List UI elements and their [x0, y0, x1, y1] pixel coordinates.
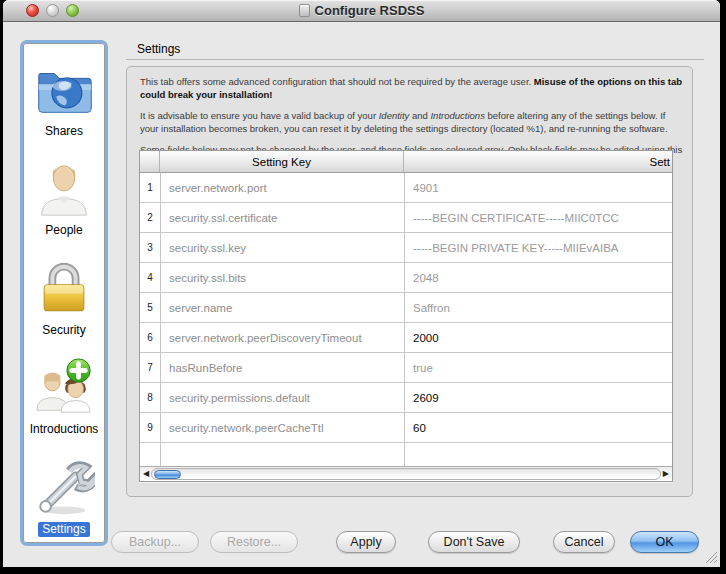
- sidebar-item-settings[interactable]: Settings: [24, 442, 104, 542]
- table-row[interactable]: 5server.nameSaffron: [140, 293, 672, 323]
- row-number-header: [140, 151, 160, 172]
- row-number: 7: [140, 353, 160, 382]
- category-sidebar: Shares People: [20, 40, 108, 546]
- row-number: 9: [140, 413, 160, 442]
- setting-key-cell[interactable]: security.ssl.bits: [160, 263, 404, 292]
- person-icon: [31, 153, 97, 223]
- category-list: Shares People: [23, 43, 105, 543]
- sidebar-item-shares[interactable]: Shares: [24, 44, 104, 144]
- description-paragraph-1: This tab offers some advanced configurat…: [140, 76, 683, 101]
- table-header: Setting Key Sett: [140, 151, 672, 173]
- introductions-people-plus-icon: [31, 352, 97, 422]
- setting-value-cell[interactable]: true: [404, 353, 672, 382]
- setting-value-cell[interactable]: 60: [404, 413, 672, 442]
- sidebar-item-label: Introductions: [30, 422, 99, 437]
- resize-grip[interactable]: [703, 549, 718, 564]
- sidebar-item-label: Shares: [45, 124, 83, 139]
- row-number: 6: [140, 323, 160, 352]
- setting-key-cell[interactable]: security.network.peerCacheTtl: [160, 413, 404, 442]
- dont-save-button[interactable]: Don't Save: [428, 531, 520, 553]
- table-row[interactable]: 8security.permissions.default2609: [140, 383, 672, 413]
- table-row[interactable]: 6server.network.peerDiscoveryTimeout2000: [140, 323, 672, 353]
- sidebar-item-label: People: [45, 223, 82, 238]
- setting-value-cell[interactable]: 2609: [404, 383, 672, 412]
- cancel-button[interactable]: Cancel: [553, 531, 615, 553]
- setting-value-cell[interactable]: 4901: [404, 173, 672, 202]
- scroll-right-arrow-icon[interactable]: ▶: [663, 470, 669, 478]
- row-number: 8: [140, 383, 160, 412]
- apply-button[interactable]: Apply: [336, 531, 396, 553]
- setting-key-cell[interactable]: security.ssl.key: [160, 233, 404, 262]
- shares-folder-globe-icon: [31, 54, 97, 124]
- page-title: Settings: [137, 42, 180, 56]
- scroll-left-arrow-icon[interactable]: ◀: [143, 470, 149, 478]
- backup-button: Backup...: [111, 531, 199, 553]
- scrollbar-thumb[interactable]: [154, 470, 181, 479]
- padlock-icon: [31, 253, 97, 323]
- minimize-button: [46, 4, 59, 17]
- row-number: 5: [140, 293, 160, 322]
- table-row[interactable]: 9security.network.peerCacheTtl60: [140, 413, 672, 443]
- table-row[interactable]: 1server.network.port4901: [140, 173, 672, 203]
- setting-key-cell[interactable]: server.network.port: [160, 173, 404, 202]
- sidebar-item-label: Security: [42, 323, 85, 338]
- zoom-button[interactable]: [66, 4, 79, 17]
- horizontal-scrollbar[interactable]: ◀ ▶: [140, 466, 672, 481]
- table-row[interactable]: 3security.ssl.key-----BEGIN PRIVATE KEY-…: [140, 233, 672, 263]
- setting-key-cell[interactable]: server.name: [160, 293, 404, 322]
- wrench-icon: [31, 452, 97, 522]
- row-number: 4: [140, 263, 160, 292]
- setting-value-cell[interactable]: 2048: [404, 263, 672, 292]
- window-title: Configure RSDSS: [315, 3, 425, 18]
- row-number: 2: [140, 203, 160, 232]
- setting-value-cell[interactable]: -----BEGIN PRIVATE KEY-----MIIEvAIBA: [404, 233, 672, 262]
- screen: Configure RSDSS: [0, 0, 726, 574]
- setting-key-cell[interactable]: hasRunBefore: [160, 353, 404, 382]
- close-button[interactable]: [26, 4, 39, 17]
- setting-value-cell[interactable]: -----BEGIN CERTIFICATE-----MIIC0TCC: [404, 203, 672, 232]
- setting-value-cell[interactable]: 2000: [404, 323, 672, 352]
- setting-value-cell[interactable]: Saffron: [404, 293, 672, 322]
- sidebar-item-introductions[interactable]: Introductions: [24, 343, 104, 443]
- setting-key-cell[interactable]: security.ssl.certificate: [160, 203, 404, 232]
- setting-key-cell[interactable]: server.network.peerDiscoveryTimeout: [160, 323, 404, 352]
- table-body: 1server.network.port49012security.ssl.ce…: [140, 173, 672, 466]
- sidebar-item-people[interactable]: People: [24, 144, 104, 244]
- table-row[interactable]: 4security.ssl.bits2048: [140, 263, 672, 293]
- setting-key-header[interactable]: Setting Key: [160, 151, 404, 172]
- title-bar[interactable]: Configure RSDSS: [3, 0, 720, 22]
- traffic-lights: [26, 4, 79, 17]
- restore-button: Restore...: [210, 531, 298, 553]
- window-proxy-icon: [299, 4, 310, 17]
- ok-button[interactable]: OK: [630, 531, 699, 553]
- table-row[interactable]: 2security.ssl.certificate-----BEGIN CERT…: [140, 203, 672, 233]
- configure-rsdss-window: Configure RSDSS: [3, 0, 720, 567]
- row-number: 1: [140, 173, 160, 202]
- description-paragraph-2: It is advisable to ensure you have a val…: [140, 110, 683, 135]
- setting-key-cell[interactable]: security.permissions.default: [160, 383, 404, 412]
- row-number: 3: [140, 233, 160, 262]
- sidebar-item-security[interactable]: Security: [24, 243, 104, 343]
- setting-value-header[interactable]: Sett: [404, 151, 672, 172]
- scrollbar-track[interactable]: [151, 468, 661, 480]
- table-row[interactable]: 7hasRunBeforetrue: [140, 353, 672, 383]
- settings-table[interactable]: Setting Key Sett 1server.network.port490…: [139, 150, 673, 482]
- page-title-separator: [126, 59, 704, 60]
- sidebar-item-label: Settings: [38, 522, 89, 537]
